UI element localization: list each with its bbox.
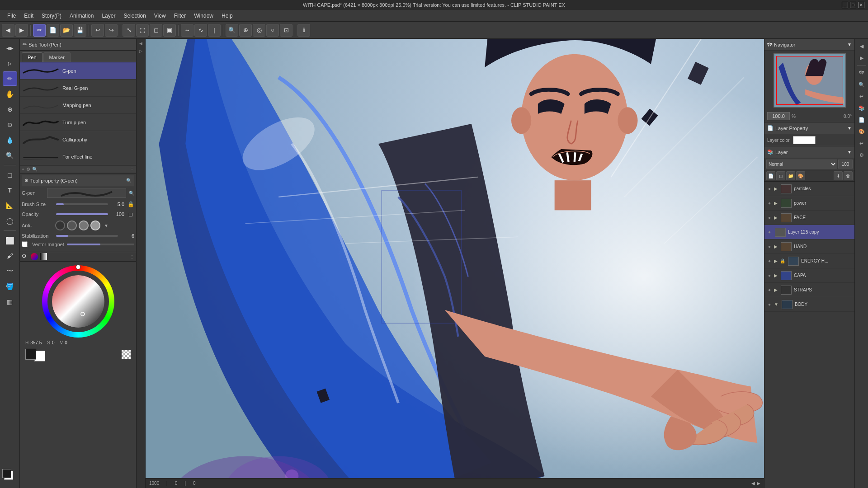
hue-cursor[interactable] (76, 265, 80, 269)
brush-expand-icon[interactable]: 🔍 (129, 191, 134, 196)
menu-view[interactable]: View (151, 12, 170, 20)
color-selector[interactable] (2, 469, 18, 484)
tool-eyedrop[interactable]: 💧 (3, 133, 17, 147)
layer-vis-capa[interactable]: ● (766, 272, 773, 279)
folder-expand-face[interactable]: ▶ (774, 215, 778, 220)
tool-gradient[interactable]: ▦ (3, 295, 17, 309)
brush-calligraphy[interactable]: Calligraphy (20, 131, 136, 148)
toolbar-eraser[interactable]: ◻ (150, 24, 162, 37)
canvas-viewport[interactable]: 1000 | 0 | 0 ◀ ▶ (146, 39, 764, 488)
layer-vis-straps[interactable]: ● (766, 287, 773, 293)
mini-btn-1[interactable]: ◀ (137, 40, 145, 47)
brush-search-btn[interactable]: 🔍 (32, 167, 38, 172)
color-more-icon[interactable]: ⋮ (130, 254, 134, 259)
toolbar-info[interactable]: ℹ (297, 24, 310, 37)
layer-energy[interactable]: ● ▶ 🔒 ENERGY H... (764, 254, 854, 268)
layer-capa[interactable]: ● ▶ CAPA (764, 268, 854, 283)
toolbar-undo[interactable]: ↩ (91, 24, 104, 37)
right-color-btn[interactable]: 🎨 (856, 126, 867, 137)
tool-paint[interactable]: 🖌 (3, 249, 17, 263)
layer-vis-125[interactable]: ● (766, 229, 773, 235)
color-wheel-icon[interactable] (31, 253, 38, 260)
toolbar-lasso[interactable]: ⊕ (239, 24, 252, 37)
blend-mode-select[interactable]: Normal Multiply Screen Overlay (766, 160, 837, 169)
brush-size-slider[interactable] (56, 203, 108, 205)
right-navigator-btn[interactable]: 🗺 (856, 67, 867, 78)
toolbar-zoom-in[interactable]: 🔍 (226, 24, 238, 37)
folder-expand-straps[interactable]: ▶ (774, 287, 778, 292)
prop-search-icon[interactable]: 🔍 (126, 178, 132, 183)
merge-layers[interactable]: ⬇ (834, 171, 843, 180)
aa-strong[interactable] (90, 221, 100, 230)
aa-none[interactable] (55, 221, 65, 230)
layer-vis-particles[interactable]: ● (766, 186, 773, 192)
color-gradient-icon[interactable] (40, 253, 47, 260)
layer-125-copy[interactable]: ● Layer 125 copy (764, 225, 854, 239)
tool-small-nav2[interactable]: ▷ (3, 56, 17, 70)
right-nav-next[interactable]: ▶ (856, 52, 867, 63)
toolbar-transform[interactable]: ⤡ (123, 24, 135, 37)
bottom-nav-next[interactable]: ▶ (757, 481, 760, 486)
tool-bucket[interactable]: 🪣 (3, 279, 17, 294)
menu-window[interactable]: Window (190, 12, 217, 20)
layer-face[interactable]: ● ▶ FACE (764, 211, 854, 225)
toolbar-magic[interactable]: ◎ (253, 24, 265, 37)
tool-move[interactable]: ✋ (3, 87, 17, 101)
color-settings-icon[interactable]: ⚙ (22, 253, 29, 260)
toolbar-open[interactable]: 📂 (60, 24, 73, 37)
layer-expand-body[interactable]: ▼ (774, 302, 778, 307)
bottom-nav-prev[interactable]: ◀ (751, 481, 755, 486)
menu-file[interactable]: File (4, 12, 19, 20)
tool-eraser[interactable]: ⬜ (3, 233, 17, 248)
vector-magnet-checkbox[interactable] (22, 241, 28, 247)
tool-zoom-tool[interactable]: 🔍 (3, 148, 17, 163)
right-settings-btn[interactable]: ⚙ (856, 150, 867, 160)
foreground-color[interactable] (2, 469, 11, 478)
right-rotate-btn[interactable]: ↩ (856, 91, 867, 102)
toolbar-save[interactable]: 💾 (74, 24, 86, 37)
minimize-button[interactable]: _ (842, 2, 848, 8)
folder-expand-capa[interactable]: ▶ (774, 273, 778, 278)
maximize-button[interactable]: □ (850, 2, 856, 8)
mini-btn-2[interactable]: ▷ (137, 47, 145, 55)
layer-particles[interactable]: ● ▶ particles (764, 182, 854, 196)
opacity-lock[interactable]: ◻ (127, 211, 134, 218)
right-history-btn[interactable]: ↩ (856, 138, 867, 149)
toolbar-pen-tool[interactable]: ✏ (33, 24, 46, 37)
folder-expand-hand[interactable]: ▶ (774, 244, 778, 249)
tool-auto-select[interactable]: ⊙ (3, 117, 17, 132)
tab-pen[interactable]: Pen (22, 52, 42, 62)
layer-body[interactable]: ● ▼ BODY (764, 297, 854, 312)
brush-add-btn[interactable]: + (22, 167, 24, 172)
menu-filter[interactable]: Filter (170, 12, 190, 20)
new-raster-layer[interactable]: 📄 (766, 171, 775, 180)
brush-mapping-pen[interactable]: Mapping pen (20, 97, 136, 114)
menu-selection[interactable]: Selection (120, 12, 149, 20)
layer-prop-collapse[interactable]: ▼ (847, 126, 852, 131)
toolbar-oval[interactable]: ○ (266, 24, 279, 37)
layer-vis-face[interactable]: ● (766, 215, 773, 221)
toolbar-straight[interactable]: | (208, 24, 221, 37)
menu-layer[interactable]: Layer (98, 12, 119, 20)
opacity-slider[interactable] (56, 213, 108, 215)
tool-blend[interactable]: 〜 (3, 264, 17, 278)
right-nav-prev[interactable]: ◀ (856, 41, 867, 52)
menu-edit[interactable]: Edit (20, 12, 37, 20)
window-controls[interactable]: _ □ ✕ (842, 2, 864, 8)
close-button[interactable]: ✕ (858, 2, 864, 8)
layer-straps[interactable]: ● ▶ STRAPS (764, 283, 854, 297)
foreground-swatch[interactable] (25, 349, 36, 360)
layer-power[interactable]: ● ▶ power (764, 196, 854, 211)
stabilization-slider[interactable] (56, 235, 118, 237)
new-folder[interactable]: 📁 (786, 171, 795, 180)
layer-vis-energy[interactable]: ● (766, 258, 773, 264)
folder-expand-power[interactable]: ▶ (774, 201, 778, 206)
brush-more-btn[interactable]: ⋮ (130, 167, 134, 172)
tool-pen[interactable]: ✏ (3, 71, 17, 86)
transparent-swatch[interactable] (122, 350, 131, 359)
brush-real-gpen[interactable]: Real G-pen (20, 80, 136, 97)
layer-hand[interactable]: ● ▶ HAND (764, 239, 854, 254)
toolbar-select[interactable]: ⬚ (136, 24, 149, 37)
color-wheel[interactable] (42, 265, 114, 338)
menu-help[interactable]: Help (218, 12, 236, 20)
